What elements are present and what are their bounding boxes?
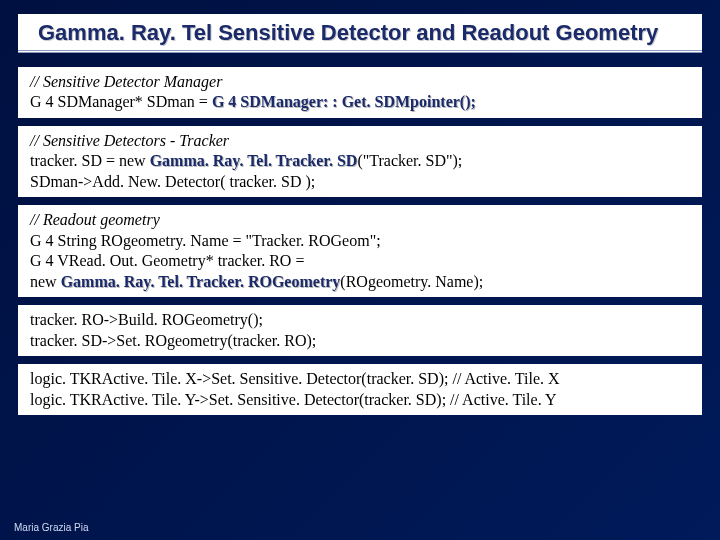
code-text: G 4 SDManager* SDman =	[30, 93, 212, 110]
slide-title: Gamma. Ray. Tel Sensitive Detector and R…	[18, 14, 702, 53]
comment-line: // Sensitive Detector Manager	[30, 72, 692, 92]
code-line: tracker. SD = new Gamma. Ray. Tel. Track…	[30, 151, 692, 171]
code-text: (ROgeometry. Name);	[340, 273, 483, 290]
code-line: tracker. SD->Set. ROgeometry(tracker. RO…	[30, 331, 692, 351]
code-block-5: logic. TKRActive. Tile. X->Set. Sensitiv…	[18, 364, 702, 415]
code-block-1: // Sensitive Detector Manager G 4 SDMana…	[18, 67, 702, 118]
code-line: new Gamma. Ray. Tel. Tracker. ROGeometry…	[30, 272, 692, 292]
highlighted-code: Gamma. Ray. Tel. Tracker. SD	[150, 152, 358, 169]
highlighted-code: Gamma. Ray. Tel. Tracker. ROGeometry	[61, 273, 341, 290]
code-text: tracker. SD = new	[30, 152, 150, 169]
code-block-2: // Sensitive Detectors - Tracker tracker…	[18, 126, 702, 197]
comment-line: // Readout geometry	[30, 210, 692, 230]
slide: Gamma. Ray. Tel Sensitive Detector and R…	[0, 0, 720, 540]
code-line: G 4 SDManager* SDman = G 4 SDManager: : …	[30, 92, 692, 112]
code-block-4: tracker. RO->Build. ROGeometry(); tracke…	[18, 305, 702, 356]
code-line: SDman->Add. New. Detector( tracker. SD )…	[30, 172, 692, 192]
code-line: logic. TKRActive. Tile. X->Set. Sensitiv…	[30, 369, 692, 389]
code-line: tracker. RO->Build. ROGeometry();	[30, 310, 692, 330]
code-text: ("Tracker. SD");	[357, 152, 462, 169]
comment-line: // Sensitive Detectors - Tracker	[30, 131, 692, 151]
highlighted-code: G 4 SDManager: : Get. SDMpointer();	[212, 93, 476, 110]
code-block-3: // Readout geometry G 4 String ROgeometr…	[18, 205, 702, 297]
code-line: G 4 VRead. Out. Geometry* tracker. RO =	[30, 251, 692, 271]
code-line: logic. TKRActive. Tile. Y->Set. Sensitiv…	[30, 390, 692, 410]
code-line: G 4 String ROgeometry. Name = "Tracker. …	[30, 231, 692, 251]
footer-author: Maria Grazia Pia	[14, 522, 88, 533]
code-text: new	[30, 273, 61, 290]
content-area: // Sensitive Detector Manager G 4 SDMana…	[18, 67, 702, 415]
